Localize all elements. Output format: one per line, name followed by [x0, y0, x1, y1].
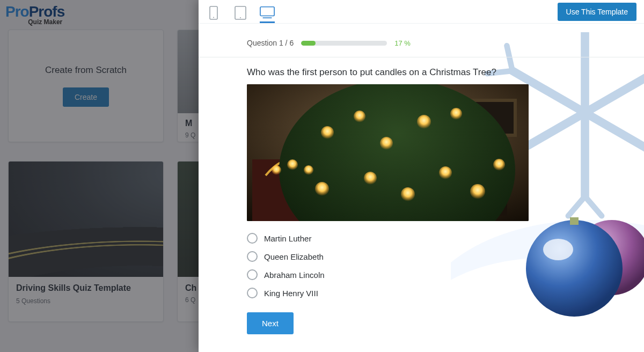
desktop-preview-tab[interactable] — [260, 3, 275, 23]
tablet-icon — [235, 6, 246, 20]
answer-label: Queen Elizabeth — [264, 252, 324, 261]
quiz-preview: Question 1 / 6 17 % Who was the first pe… — [199, 24, 644, 334]
svg-point-22 — [321, 126, 334, 139]
answer-option[interactable]: Martin Luther — [247, 233, 596, 244]
svg-point-26 — [450, 108, 462, 120]
svg-point-28 — [364, 172, 377, 185]
desktop-icon — [260, 6, 275, 19]
svg-point-24 — [380, 137, 393, 150]
tablet-preview-tab[interactable] — [233, 3, 248, 23]
svg-point-10 — [213, 17, 214, 18]
svg-point-32 — [493, 159, 505, 171]
next-button[interactable]: Next — [247, 312, 294, 334]
svg-point-25 — [417, 115, 431, 129]
template-preview-modal: Use This Template Question 1 / 6 17 % Wh… — [199, 0, 644, 352]
svg-rect-13 — [260, 6, 274, 16]
question-text: Who was the first person to put candles … — [247, 67, 596, 78]
answer-list: Martin Luther Queen Elizabeth Abraham Li… — [247, 233, 596, 298]
answer-option[interactable]: Queen Elizabeth — [247, 251, 596, 262]
progress-row: Question 1 / 6 17 % — [247, 39, 596, 47]
answer-option[interactable]: Abraham Lincoln — [247, 269, 596, 280]
question-counter: Question 1 / 6 — [247, 39, 294, 47]
progress-percent: 17 % — [394, 39, 411, 47]
svg-point-34 — [272, 165, 281, 175]
svg-point-35 — [304, 165, 313, 175]
svg-point-31 — [470, 184, 485, 199]
answer-label: King Henry VIII — [264, 289, 318, 298]
question-image — [247, 84, 529, 221]
device-preview-tabs — [206, 0, 275, 23]
svg-point-27 — [315, 182, 329, 196]
phone-preview-tab[interactable] — [206, 3, 221, 23]
svg-point-33 — [287, 159, 298, 170]
answer-option[interactable]: King Henry VIII — [247, 288, 596, 298]
svg-point-30 — [439, 166, 452, 179]
svg-point-23 — [354, 111, 365, 122]
radio-icon — [247, 251, 258, 262]
phone-icon — [209, 6, 218, 20]
radio-icon — [247, 233, 258, 244]
divider — [199, 57, 644, 57]
svg-point-29 — [401, 187, 415, 201]
svg-point-12 — [240, 17, 241, 18]
progress-bar — [301, 41, 387, 46]
use-this-template-button[interactable]: Use This Template — [558, 3, 636, 21]
answer-label: Abraham Lincoln — [264, 270, 325, 280]
radio-icon — [247, 288, 258, 298]
answer-label: Martin Luther — [264, 234, 311, 243]
progress-bar-fill — [301, 41, 316, 46]
radio-icon — [247, 269, 258, 280]
